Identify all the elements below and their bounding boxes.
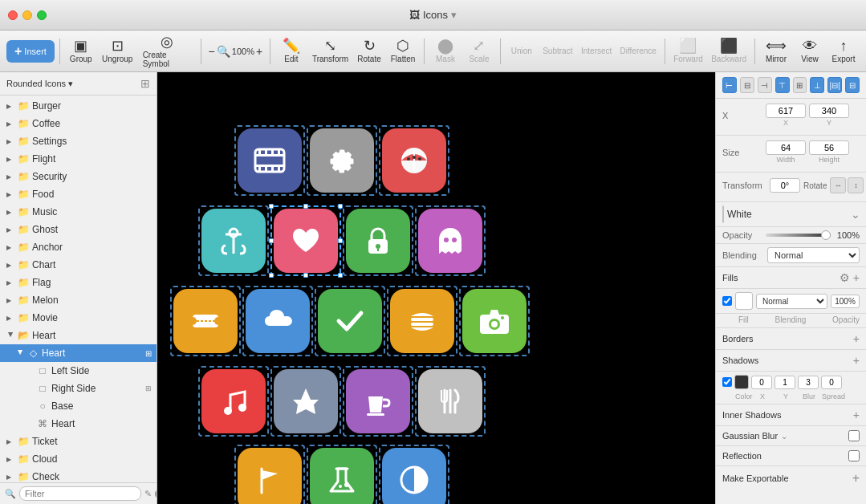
- rotate-input[interactable]: [770, 178, 800, 193]
- borders-add-icon[interactable]: +: [853, 332, 860, 345]
- align-left-button[interactable]: ⊢: [722, 77, 737, 93]
- sidebar-item-heart-group[interactable]: ▶ ◇ Heart ⊞: [0, 344, 157, 362]
- sidebar-item-cloud[interactable]: ▶ 📁 Cloud: [0, 450, 157, 468]
- shadows-add-icon[interactable]: +: [853, 354, 860, 367]
- create-symbol-button[interactable]: ◎ Create Symbol: [138, 31, 196, 71]
- camera-icon-wrapper[interactable]: [462, 289, 527, 353]
- position-y-input[interactable]: [809, 104, 849, 118]
- music-icon-wrapper[interactable]: [201, 369, 266, 433]
- sidebar-item-flight[interactable]: ▶ 📁 Flight: [0, 150, 157, 168]
- handle-tc[interactable]: [303, 204, 308, 209]
- search-input[interactable]: [19, 486, 141, 501]
- sidebar-item-movie[interactable]: ▶ 📁 Movie: [0, 309, 157, 327]
- size-h-input[interactable]: [809, 140, 849, 155]
- export-button[interactable]: ↑ Export: [827, 35, 860, 67]
- flatten-button[interactable]: ⬡ Flatten: [387, 35, 419, 67]
- color-name-input[interactable]: [727, 209, 848, 220]
- handle-ml[interactable]: [269, 238, 274, 243]
- sidebar-item-flag[interactable]: ▶ 📁 Flag: [0, 274, 157, 291]
- handle-tl[interactable]: [269, 204, 274, 209]
- backward-button[interactable]: ⬛ Backward: [708, 35, 750, 67]
- mask-button[interactable]: ⬤ Mask: [429, 35, 461, 67]
- color-swatch[interactable]: [722, 205, 724, 223]
- ghost-icon-wrapper[interactable]: [418, 209, 482, 273]
- movie-icon-wrapper[interactable]: [238, 128, 302, 193]
- align-hcenter-button[interactable]: ⊟: [740, 77, 754, 93]
- melon-icon-wrapper[interactable]: [382, 128, 446, 193]
- reflection-checkbox[interactable]: [848, 450, 860, 461]
- sidebar-item-music[interactable]: ▶ 📁 Music: [0, 203, 157, 221]
- handle-bl[interactable]: [269, 273, 274, 278]
- sidebar-item-coffee[interactable]: ▶ 📁 Coffee: [0, 115, 157, 132]
- sidebar-item-right-side[interactable]: ▶ □ Right Side ⊞: [0, 380, 157, 397]
- transform-button[interactable]: ⤡ Transform: [309, 35, 352, 67]
- sidebar-item-heart-shape[interactable]: ▶ ⌘ Heart: [0, 415, 157, 433]
- anchor-icon-wrapper[interactable]: [201, 209, 266, 273]
- inner-shadows-add-icon[interactable]: +: [853, 408, 860, 421]
- color-chevron-icon[interactable]: ⌄: [851, 208, 860, 221]
- close-button[interactable]: [8, 10, 18, 20]
- align-top-button[interactable]: ⊤: [775, 77, 790, 93]
- cloud-icon-wrapper[interactable]: [246, 289, 310, 353]
- forward-button[interactable]: ⬜ Forward: [670, 35, 706, 67]
- zoom-control[interactable]: − 🔍 100% +: [206, 42, 265, 61]
- shadow-y-input[interactable]: [775, 376, 795, 389]
- food-icon-wrapper[interactable]: [390, 289, 454, 353]
- shadow-checkbox[interactable]: [722, 377, 732, 387]
- opacity-slider-thumb[interactable]: [821, 230, 831, 240]
- sidebar-item-check[interactable]: ▶ 📁 Check: [0, 468, 157, 482]
- sidebar-item-anchor[interactable]: ▶ 📁 Anchor: [0, 238, 157, 256]
- sidebar-item-ghost[interactable]: ▶ 📁 Ghost: [0, 221, 157, 238]
- sidebar-item-burger[interactable]: ▶ 📁 Burger: [0, 97, 157, 115]
- maximize-button[interactable]: [37, 10, 47, 20]
- insert-button[interactable]: + Insert: [6, 40, 55, 63]
- sidebar-item-security[interactable]: ▶ 📁 Security: [0, 168, 157, 185]
- heart-icon-wrapper[interactable]: [274, 209, 338, 273]
- sidebar-item-left-side[interactable]: ▶ □ Left Side: [0, 362, 157, 380]
- view-button[interactable]: 👁 View: [794, 35, 826, 67]
- size-w-input[interactable]: [766, 140, 806, 155]
- opacity-slider-track[interactable]: [766, 234, 831, 237]
- fill-blend-select[interactable]: Normal: [756, 294, 827, 309]
- mirror-button[interactable]: ⟺ Mirror: [760, 35, 792, 67]
- sidebar-item-settings[interactable]: ▶ 📁 Settings: [0, 132, 157, 150]
- dist-h-button[interactable]: |⊟|: [827, 77, 842, 93]
- scale-button[interactable]: ⤢ Scale: [463, 35, 495, 67]
- shadow-blur-input[interactable]: [798, 376, 819, 389]
- utensils-icon-wrapper[interactable]: [418, 369, 482, 433]
- chart-icon-wrapper[interactable]: [382, 448, 446, 504]
- blend-select[interactable]: Normal Multiply Screen Overlay: [767, 247, 860, 263]
- union-button[interactable]: Union: [506, 43, 538, 59]
- sidebar-item-food[interactable]: ▶ 📁 Food: [0, 185, 157, 203]
- flag-icon-wrapper[interactable]: [238, 448, 302, 504]
- fill-checkbox[interactable]: [722, 296, 732, 306]
- fill-swatch[interactable]: [735, 292, 753, 310]
- settings-icon-wrapper[interactable]: [310, 128, 374, 193]
- flip-h-button[interactable]: ↔: [830, 177, 846, 193]
- edit-button[interactable]: ✏️ Edit: [275, 35, 307, 67]
- ticket-icon-wrapper[interactable]: [173, 289, 238, 353]
- handle-bc[interactable]: [303, 273, 308, 278]
- sidebar-add-icon[interactable]: ⊞: [140, 77, 150, 90]
- fill-opacity-input[interactable]: [831, 295, 860, 308]
- flip-v-button[interactable]: ↕: [848, 177, 864, 193]
- subtract-button[interactable]: Subtract: [539, 43, 576, 59]
- flight-icon-wrapper[interactable]: [274, 369, 338, 433]
- fills-settings-icon[interactable]: ⚙: [840, 271, 850, 284]
- sidebar-item-melon[interactable]: ▶ 📁 Melon: [0, 291, 157, 309]
- group-button[interactable]: ▣ Group: [65, 35, 97, 67]
- coffee-icon-wrapper[interactable]: [346, 369, 410, 433]
- align-right-button[interactable]: ⊣: [758, 77, 772, 93]
- sidebar-dropdown[interactable]: Rounded Icons ▾: [6, 79, 73, 89]
- sidebar-item-ticket[interactable]: ▶ 📁 Ticket: [0, 433, 157, 450]
- edit-icon[interactable]: ✎: [144, 489, 152, 499]
- sidebar-item-base[interactable]: ▶ ○ Base: [0, 397, 157, 415]
- gaussian-blur-checkbox[interactable]: [848, 430, 860, 441]
- shadow-spread-input[interactable]: [821, 376, 842, 389]
- shadow-x-input[interactable]: [751, 376, 772, 389]
- handle-br[interactable]: [338, 273, 343, 278]
- security-icon-wrapper[interactable]: [346, 209, 410, 273]
- difference-button[interactable]: Difference: [617, 43, 660, 59]
- position-x-input[interactable]: [766, 104, 806, 118]
- ungroup-button[interactable]: ⊡ Ungroup: [99, 35, 136, 67]
